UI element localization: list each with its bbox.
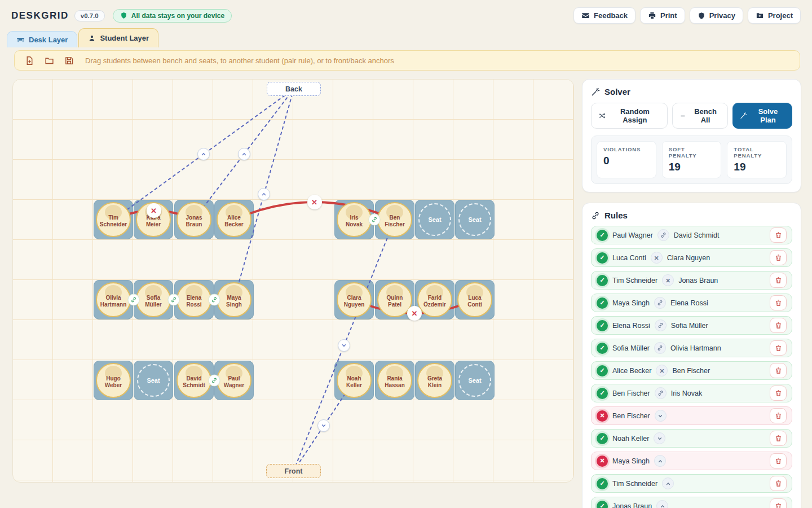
rule-item: ✕Ben Fischer [591,406,792,425]
envelope-icon [581,11,590,20]
delete-rule-button[interactable] [770,250,787,265]
layer-tabs: Desk Layer Student Layer [7,28,812,47]
student-token[interactable]: RaniaHassan [377,363,412,398]
link-icon [591,211,600,220]
seat-tile[interactable]: MayaSingh [214,280,254,319]
rule-satisfied-icon: ✓ [597,433,608,444]
delete-rule-button[interactable] [770,227,787,243]
student-token[interactable]: PaulWagner [217,363,251,398]
rule-item: ✓Paul WagnerDavid Schmidt [591,226,792,244]
empty-seat-tile[interactable]: Seat [455,361,495,400]
back-anchor[interactable]: Back [267,82,321,96]
student-name: QuinnPatel [387,295,403,308]
tab-student-layer[interactable]: Student Layer [78,28,158,47]
seat-tile[interactable]: PaulWagner [214,361,254,400]
save-button[interactable] [61,54,77,68]
solve-plan-button[interactable]: Solve Plan [732,103,792,129]
print-button[interactable]: Print [640,7,685,24]
empty-seat-tile[interactable]: Seat [455,200,495,239]
delete-rule-button[interactable] [770,386,787,401]
chevron-down-badge [317,419,330,432]
random-assign-button[interactable]: Random Assign [591,103,668,129]
student-token[interactable]: FaridÖzdemir [417,282,452,317]
seat-tile[interactable]: DavidSchmidt [174,361,214,400]
empty-seat-circle[interactable]: Seat [458,203,491,236]
student-token[interactable]: JonasBraun [176,202,211,237]
student-token[interactable]: AliceBecker [217,202,251,237]
seat-tile[interactable]: GretaKlein [415,361,454,400]
wand-icon [591,87,600,97]
student-token[interactable]: GretaKlein [417,363,452,398]
student-token[interactable]: SofiaMüller [136,282,171,317]
seat-tile[interactable]: ClaraNguyen [334,280,374,319]
seat-tile[interactable]: JonasBraun [174,200,214,239]
student-token[interactable]: HugoWeber [96,363,131,398]
pair-link-icon [655,387,667,399]
student-name: ClaraNguyen [344,295,365,308]
rule-satisfied-icon: ✓ [597,275,608,286]
seat-tile[interactable]: TimSchneider [94,200,133,239]
seating-canvas[interactable]: Back Front TimSchneiderKlaraMeierJonasBr… [12,79,574,483]
empty-seat-circle[interactable]: Seat [418,203,451,236]
empty-seat-tile[interactable]: Seat [134,361,173,400]
seat-tile[interactable]: AliceBecker [214,200,254,239]
seat-tile[interactable]: OliviaHartmann [94,280,133,319]
privacy-button[interactable]: Privacy [690,7,743,24]
student-name: PaulWagner [224,375,244,389]
rule-violated-icon: ✕ [597,456,608,467]
empty-seat-circle[interactable]: Seat [458,364,491,397]
student-token[interactable]: LucaConti [457,282,492,317]
delete-rule-button[interactable] [770,476,787,491]
seat-tile[interactable]: HugoWeber [94,361,133,400]
delete-rule-button[interactable] [770,408,787,423]
rule-satisfied-icon: ✓ [597,230,608,241]
delete-rule-button[interactable] [770,273,787,288]
seat-tile[interactable]: NoahKeller [334,361,374,400]
student-token[interactable]: IrisNovak [337,202,372,237]
student-token[interactable]: ClaraNguyen [337,282,372,317]
delete-rule-button[interactable] [770,340,787,356]
student-token[interactable]: ElenaRossi [176,282,211,317]
rule-satisfied-icon: ✓ [597,501,608,508]
student-token[interactable]: NoahKeller [337,363,372,398]
desk-icon [16,36,25,44]
delete-rule-button[interactable] [770,295,787,310]
new-file-button[interactable] [21,54,38,68]
seat-tile[interactable]: SofiaMüller [134,280,173,319]
solver-panel: Solver Random Assign Bench All Solve Pla… [582,79,801,192]
minus-icon [679,112,686,120]
seat-tile[interactable]: ElenaRossi [174,280,214,319]
empty-seat-circle[interactable]: Seat [137,364,170,397]
open-folder-button[interactable] [41,54,58,68]
privacy-badge: All data stays on your device [113,9,232,23]
student-token[interactable]: OliviaHartmann [96,282,131,317]
avoid-x-badge: ✕ [407,306,422,321]
bench-all-button[interactable]: Bench All [672,103,728,129]
back-direction-icon [656,500,668,508]
rule-satisfied-icon: ✓ [597,252,608,264]
student-token[interactable]: BenFischer [377,202,412,237]
delete-rule-button[interactable] [770,431,787,446]
rule-item: ✓Maya SinghElena Rossi [591,294,792,312]
feedback-button[interactable]: Feedback [573,7,636,24]
project-button[interactable]: Project [748,7,801,24]
delete-rule-button[interactable] [770,318,787,333]
student-token[interactable]: MayaSingh [217,282,251,317]
student-token[interactable]: TimSchneider [96,202,131,237]
delete-rule-button[interactable] [770,363,787,378]
rule-student-b: David Schmidt [674,231,720,239]
seat-tile[interactable]: BenFischer [375,200,414,239]
empty-seat-tile[interactable]: Seat [415,200,454,239]
rule-satisfied-icon: ✓ [597,478,608,489]
delete-rule-button[interactable] [770,453,787,468]
solver-stats: VIOLATIONS 0 SOFT PENALTY 19 TOTAL PENAL… [591,135,792,184]
privacy-badge-label: All data stays on your device [131,12,224,20]
rule-student-a: Tim Schneider [612,277,657,284]
tab-desk-layer[interactable]: Desk Layer [7,31,77,47]
seat-tile[interactable]: LucaConti [455,280,495,319]
front-anchor[interactable]: Front [266,464,321,478]
delete-rule-button[interactable] [770,498,787,508]
student-token[interactable]: DavidSchmidt [176,363,211,398]
seat-tile[interactable]: RaniaHassan [375,361,414,400]
seat-tile[interactable]: IrisNovak [334,200,374,239]
